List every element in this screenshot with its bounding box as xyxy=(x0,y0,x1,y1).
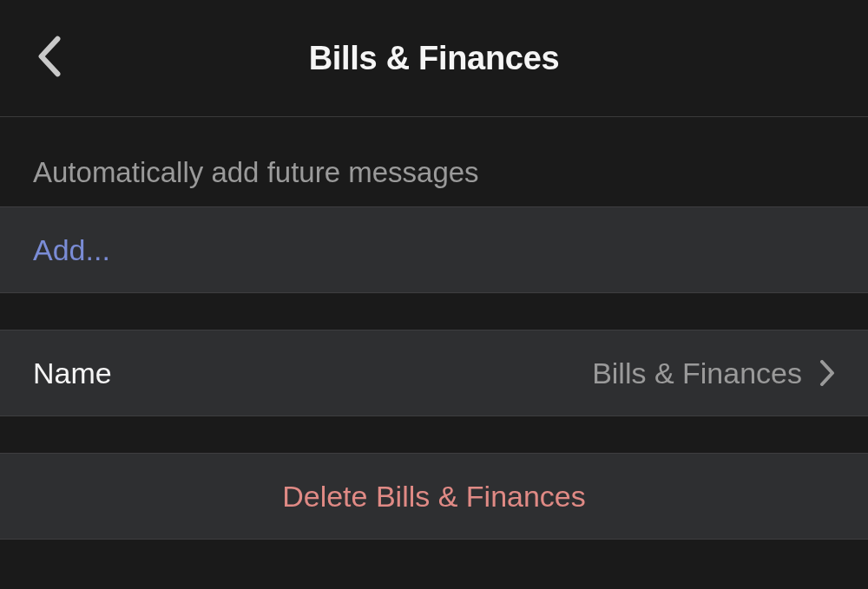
delete-label: Delete Bills & Finances xyxy=(282,480,586,514)
name-value-group: Bills & Finances xyxy=(592,357,835,390)
nav-bar: Bills & Finances xyxy=(0,0,868,117)
spacer xyxy=(0,293,868,330)
add-filter-row[interactable]: Add... xyxy=(0,206,868,293)
section-header-auto-add: Automatically add future messages xyxy=(0,117,868,206)
delete-row[interactable]: Delete Bills & Finances xyxy=(0,453,868,540)
name-label: Name xyxy=(33,357,112,390)
chevron-right-icon xyxy=(819,360,835,386)
page-title: Bills & Finances xyxy=(309,40,560,77)
name-row[interactable]: Name Bills & Finances xyxy=(0,330,868,416)
name-value: Bills & Finances xyxy=(592,357,802,390)
chevron-left-icon xyxy=(37,36,62,81)
back-button[interactable] xyxy=(28,36,71,80)
add-filter-label: Add... xyxy=(33,233,110,267)
spacer xyxy=(0,416,868,453)
